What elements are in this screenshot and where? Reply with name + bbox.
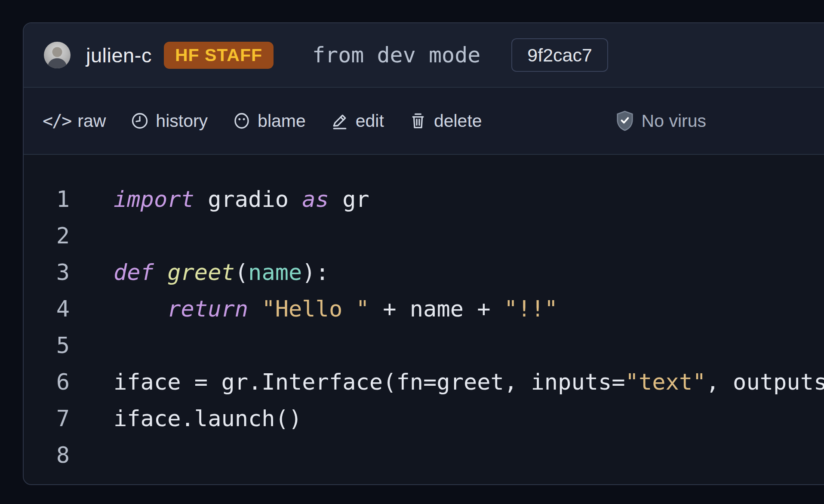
code-line: 1import gradio as gr — [24, 181, 824, 218]
line-number[interactable]: 4 — [24, 291, 70, 327]
history-label: history — [156, 111, 208, 131]
line-number[interactable]: 8 — [24, 437, 70, 473]
face-icon — [232, 111, 251, 130]
code-line: 4 return "Hello " + name + "!!" — [24, 291, 824, 327]
commit-hash-badge[interactable]: 9f2cac7 — [511, 38, 608, 72]
code-line-content — [70, 437, 114, 473]
line-number[interactable]: 1 — [24, 181, 70, 218]
code-line: 3def greet(name): — [24, 254, 824, 291]
commit-message: from dev mode — [312, 43, 480, 68]
blame-label: blame — [258, 111, 306, 131]
author-username[interactable]: julien-c — [86, 43, 152, 67]
code-line: 7iface.launch() — [24, 400, 824, 437]
blame-button[interactable]: blame — [232, 111, 306, 131]
edit-label: edit — [356, 111, 384, 131]
edit-button[interactable]: edit — [330, 111, 384, 131]
line-number[interactable]: 2 — [24, 218, 70, 254]
file-header: julien-c HF STAFF from dev mode 9f2cac7 — [24, 23, 824, 88]
trash-icon — [409, 111, 427, 130]
virus-scan-status: No virus — [615, 110, 706, 132]
code-line: 6iface = gr.Interface(fn=greet, inputs="… — [24, 364, 824, 400]
code-line: 5 — [24, 327, 824, 364]
code-line-content — [70, 218, 114, 254]
pencil-icon — [330, 111, 349, 130]
file-blob-card: julien-c HF STAFF from dev mode 9f2cac7 … — [23, 22, 824, 485]
code-line-content: iface.launch() — [70, 400, 302, 437]
code-lines: 1import gradio as gr23def greet(name):4 … — [24, 181, 824, 473]
avatar[interactable] — [44, 42, 71, 68]
file-toolbar: </> raw history blame — [24, 88, 824, 155]
shield-check-icon — [615, 110, 635, 132]
code-line: 8 — [24, 437, 824, 473]
history-button[interactable]: history — [130, 111, 208, 131]
code-line: 2 — [24, 218, 824, 254]
raw-button[interactable]: </> raw — [43, 111, 106, 131]
raw-label: raw — [77, 111, 106, 131]
line-number[interactable]: 5 — [24, 327, 70, 364]
line-number[interactable]: 3 — [24, 254, 70, 291]
clock-icon — [130, 111, 149, 130]
code-line-content: iface = gr.Interface(fn=greet, inputs="t… — [70, 364, 824, 400]
line-number[interactable]: 7 — [24, 400, 70, 437]
line-number[interactable]: 6 — [24, 364, 70, 400]
delete-label: delete — [434, 111, 482, 131]
avatar-silhouette-icon — [44, 42, 71, 68]
hf-staff-badge: HF STAFF — [164, 42, 274, 69]
code-viewer: 1import gradio as gr23def greet(name):4 … — [24, 155, 824, 473]
code-line-content: return "Hello " + name + "!!" — [70, 291, 558, 327]
code-line-content: import gradio as gr — [70, 181, 369, 218]
virus-status-label: No virus — [642, 111, 706, 131]
delete-button[interactable]: delete — [409, 111, 482, 131]
code-line-content — [70, 327, 114, 364]
code-icon: </> — [43, 111, 71, 131]
code-line-content: def greet(name): — [70, 254, 329, 291]
